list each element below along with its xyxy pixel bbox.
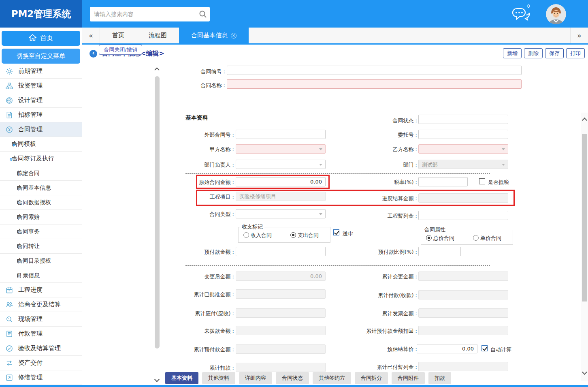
window-tab[interactable]: 首页 bbox=[100, 28, 136, 43]
scrollbar-thumb[interactable] bbox=[155, 76, 160, 349]
detail-tab[interactable]: 扣款 bbox=[428, 372, 451, 384]
prepay-ratio-input[interactable] bbox=[418, 247, 461, 256]
sidebar-item[interactable]: 投资管理 bbox=[0, 79, 82, 93]
sidebar-item[interactable]: » 开票信息 bbox=[0, 268, 82, 283]
auto-calc-label: 自动计算 bbox=[490, 346, 511, 353]
total-prepay-input[interactable] bbox=[236, 344, 326, 354]
total-change-input[interactable] bbox=[418, 272, 508, 281]
sidebar-item-label: 招标管理 bbox=[18, 111, 43, 119]
prepay-deduct-back-input[interactable] bbox=[418, 326, 508, 335]
tab-close-icon[interactable]: × bbox=[231, 33, 236, 38]
unit-price-radio[interactable]: 单价合同 bbox=[473, 235, 501, 242]
unallocated-input[interactable] bbox=[236, 326, 326, 335]
window-tab[interactable]: 流程图 bbox=[136, 28, 179, 43]
provisional-sum-input[interactable] bbox=[418, 211, 508, 220]
search-input[interactable] bbox=[90, 11, 196, 17]
contract-attr-group: 合同属性 总价合同 单价合同 bbox=[421, 226, 513, 245]
expense-radio[interactable]: 支出合同 bbox=[290, 232, 319, 239]
contract-side-action-button[interactable]: 合同关闭/撤销 bbox=[99, 45, 142, 55]
income-radio[interactable]: 收入合同 bbox=[243, 232, 272, 239]
contract-type-select[interactable] bbox=[236, 209, 326, 218]
user-avatar[interactable] bbox=[546, 4, 566, 24]
dept-select[interactable]: 测试部 bbox=[418, 160, 508, 169]
total-approved-input[interactable] bbox=[236, 289, 326, 299]
detail-tab[interactable]: 详细内容 bbox=[239, 372, 272, 384]
sidebar-item[interactable]: 前期管理 bbox=[0, 64, 82, 79]
total-price-radio[interactable]: 总价合同 bbox=[426, 235, 454, 242]
detail-tab[interactable]: 合同状态 bbox=[276, 372, 309, 384]
sidebar-item[interactable]: » 合同数据授权 bbox=[0, 195, 82, 210]
tax-deduct-checkbox[interactable] bbox=[479, 178, 485, 184]
total-invoice-input[interactable] bbox=[418, 308, 508, 318]
page-action-button[interactable]: 打印 bbox=[566, 48, 585, 58]
window-tab[interactable]: 合同基本信息 × bbox=[179, 28, 249, 43]
sidebar-item[interactable]: » 合同基本信息 bbox=[0, 181, 82, 195]
sidebar-item[interactable]: 资产交付 bbox=[0, 356, 82, 370]
sidebar-item[interactable]: » 合同事务 bbox=[0, 225, 82, 239]
page-action-button[interactable]: 保存 bbox=[545, 48, 564, 58]
scrollbar-thumb[interactable] bbox=[582, 134, 587, 301]
party-a-select[interactable] bbox=[236, 144, 326, 154]
switch-custom-menu-button[interactable]: 切换至自定义菜单 bbox=[2, 49, 80, 64]
total-paid-prov-input[interactable] bbox=[418, 362, 508, 371]
progress-amount-input[interactable] bbox=[418, 193, 508, 203]
scroll-up-icon[interactable] bbox=[582, 118, 587, 123]
total-deduction-input[interactable] bbox=[236, 363, 326, 372]
sidebar-item[interactable]: 修缮管理 bbox=[0, 370, 82, 385]
contract-no-input[interactable] bbox=[227, 66, 522, 75]
sidebar-item[interactable]: » 合同索赔 bbox=[0, 210, 82, 225]
sidebar-home-button[interactable]: 首页 bbox=[2, 31, 80, 46]
contract-name-label: 合同名称 bbox=[152, 82, 225, 89]
party-b-select[interactable] bbox=[418, 144, 508, 154]
sidebar-item[interactable]: 合同管理 bbox=[0, 122, 82, 137]
form-scrollbar[interactable] bbox=[154, 65, 160, 385]
sidebar-item-label: 合同数据授权 bbox=[17, 199, 51, 206]
page-action-button[interactable]: 新增 bbox=[503, 48, 522, 58]
contract-status-input[interactable] bbox=[418, 115, 508, 124]
review-checkbox[interactable] bbox=[333, 229, 339, 235]
total-paid-prov-label: 累计已付暂列金 bbox=[344, 363, 417, 371]
detail-tab[interactable]: 合同附件 bbox=[392, 372, 425, 384]
est-price-input[interactable] bbox=[417, 344, 477, 353]
sidebar-item[interactable]: » 拟定合同 bbox=[0, 166, 82, 181]
sidebar-item[interactable]: 工程进度 bbox=[0, 283, 82, 297]
scroll-down-icon[interactable] bbox=[154, 377, 160, 382]
provisional-sum-label: 工程暂列金 bbox=[344, 212, 417, 220]
sidebar-item[interactable]: » 合同目录授权 bbox=[0, 254, 82, 268]
detail-tab[interactable]: 基本资料 bbox=[165, 372, 198, 384]
sidebar-item-label: 洽商变更及结算 bbox=[18, 301, 61, 308]
sidebar-item[interactable]: » 合同模板 bbox=[0, 137, 82, 152]
original-amount-input[interactable] bbox=[236, 177, 326, 186]
sidebar-item[interactable]: » 合同转让 bbox=[0, 239, 82, 254]
tabs-expand-icon[interactable]: » bbox=[570, 28, 588, 43]
detail-tab[interactable]: 其他资料 bbox=[202, 372, 235, 384]
sidebar-item[interactable]: 现场管理 bbox=[0, 312, 82, 327]
entrust-no-input[interactable] bbox=[418, 130, 508, 139]
sidebar-item[interactable]: 设计管理 bbox=[0, 93, 82, 108]
sidebar-item[interactable]: 验收及结算管理 bbox=[0, 341, 82, 356]
sidebar-item[interactable]: » 合同签订及执行 bbox=[0, 152, 82, 166]
auto-calc-checkbox[interactable] bbox=[481, 345, 488, 351]
prepay-amount-input[interactable] bbox=[236, 247, 326, 256]
page-action-button[interactable]: 删除 bbox=[524, 48, 543, 58]
scroll-down-icon[interactable] bbox=[582, 370, 587, 375]
search-icon[interactable] bbox=[196, 8, 210, 20]
messages-icon[interactable]: 0 bbox=[511, 6, 532, 24]
global-search[interactable] bbox=[90, 7, 210, 21]
contract-name-input[interactable] bbox=[227, 79, 522, 89]
tabs-collapse-icon[interactable]: « bbox=[82, 28, 100, 43]
project-input[interactable] bbox=[236, 192, 326, 201]
sidebar-item[interactable]: 招标管理 bbox=[0, 108, 82, 122]
detail-tab[interactable]: 合同拆分 bbox=[355, 372, 388, 384]
tax-rate-input[interactable] bbox=[418, 177, 468, 186]
total-payment-input[interactable] bbox=[418, 290, 508, 299]
total-payable-input[interactable] bbox=[236, 308, 326, 318]
page-scrollbar[interactable] bbox=[581, 113, 588, 381]
back-icon[interactable]: ‹ bbox=[89, 50, 97, 58]
sidebar-item[interactable]: 洽商变更及结算 bbox=[0, 297, 82, 312]
dept-head-select[interactable] bbox=[236, 160, 326, 169]
detail-tab[interactable]: 其他签约方 bbox=[313, 372, 351, 384]
sidebar-item[interactable]: 付款管理 bbox=[0, 327, 82, 341]
changed-amount-input[interactable] bbox=[236, 272, 326, 281]
external-no-input[interactable] bbox=[236, 130, 326, 139]
